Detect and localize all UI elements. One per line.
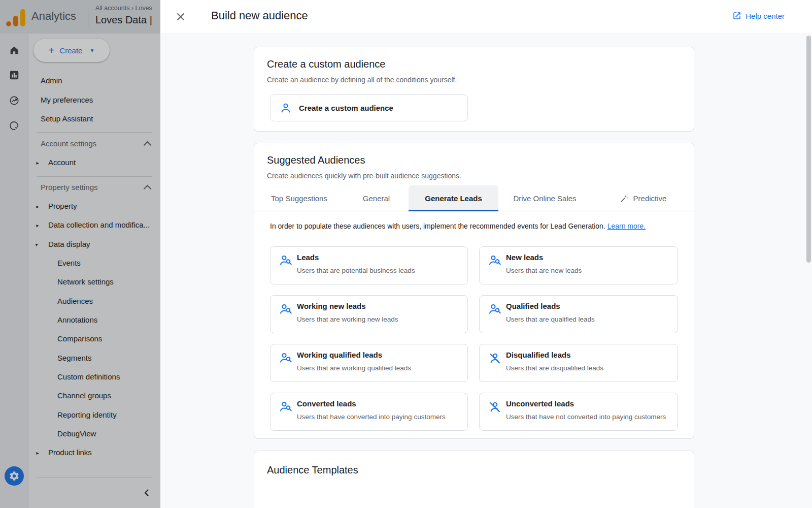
person-search-icon (279, 303, 292, 316)
audience-title: Leads (297, 253, 319, 262)
audience-description: Users that have converted into paying cu… (297, 413, 446, 421)
audience-card-leads[interactable]: Leads Users that are potential business … (270, 246, 468, 284)
open-in-new-icon (732, 11, 741, 20)
tab-drive-online-sales[interactable]: Drive Online Sales (498, 185, 591, 211)
ga-analytics-app: Analytics All accounts › Loves Loves Dat… (0, 0, 812, 508)
person-search-icon (279, 400, 292, 414)
dialog-title: Build new audience (211, 9, 308, 22)
audience-description: Users that have not converted into payin… (506, 413, 666, 421)
person-search-icon (488, 303, 501, 316)
create-custom-audience-button[interactable]: Create a custom audience (270, 94, 468, 121)
tab-generate-leads[interactable]: Generate Leads (409, 185, 498, 211)
audience-card-qualified-leads[interactable]: Qualified leads Users that are qualified… (479, 295, 678, 333)
audience-title: Converted leads (297, 399, 356, 408)
suggested-audiences-tabs: Top Suggestions General Generate Leads D… (254, 185, 695, 211)
audience-card-new-leads[interactable]: New leads Users that are new leads (479, 246, 678, 284)
audience-card-disqualified-leads[interactable]: Disqualified leads Users that are disqua… (479, 344, 678, 382)
help-center-label: Help center (746, 12, 785, 20)
build-audience-dialog: Build new audience Help center Audiences… (160, 0, 812, 508)
audience-card-converted-leads[interactable]: Converted leads Users that have converte… (270, 393, 468, 431)
audience-title: Disqualified leads (506, 351, 571, 359)
custom-audience-subheading: Create an audience by defining all of th… (267, 76, 457, 84)
lead-generation-notice: In order to populate these audiences wit… (270, 222, 646, 230)
scrollbar-thumb[interactable] (806, 36, 811, 263)
audience-title: Unconverted leads (506, 399, 574, 408)
person-search-icon (279, 352, 292, 365)
person-icon (280, 102, 292, 114)
person-off-icon (488, 400, 501, 414)
audience-title: New leads (506, 253, 543, 262)
help-center-link[interactable]: Help center (732, 11, 785, 20)
person-off-icon (488, 352, 501, 365)
audience-title: Working qualified leads (297, 351, 382, 359)
dialog-header: Build new audience Help center (160, 0, 812, 34)
audience-templates-heading: Audience Templates (267, 464, 358, 476)
tab-top-suggestions[interactable]: Top Suggestions (254, 185, 344, 211)
suggested-audiences-heading: Suggested Audiences (267, 154, 365, 166)
close-icon[interactable] (175, 11, 187, 23)
notice-text: In order to populate these audiences wit… (270, 222, 605, 230)
tab-general[interactable]: General (344, 185, 409, 211)
suggested-audiences-subheading: Create audiences quickly with pre-built … (267, 172, 461, 180)
magic-wand-icon (620, 194, 629, 203)
person-search-icon (279, 254, 292, 267)
person-search-icon (488, 254, 501, 267)
audience-description: Users that are potential business leads (297, 267, 415, 274)
audience-card-working-qualified-leads[interactable]: Working qualified leads Users that are w… (270, 344, 468, 382)
suggested-audiences-card: Suggested Audiences Create audiences qui… (254, 143, 694, 439)
audience-description: Users that are disqualified leads (506, 364, 603, 372)
custom-audience-heading: Create a custom audience (267, 58, 385, 70)
tab-predictive[interactable]: Predictive (591, 185, 695, 211)
audience-card-working-new-leads[interactable]: Working new leads Users that are working… (270, 295, 468, 333)
modal-scrim (0, 0, 160, 508)
tab-predictive-label: Predictive (633, 194, 667, 203)
audience-description: Users that are working new leads (297, 315, 398, 323)
audience-card-unconverted-leads[interactable]: Unconverted leads Users that have not co… (479, 393, 678, 431)
learn-more-link[interactable]: Learn more. (607, 222, 646, 230)
audience-description: Users that are qualified leads (506, 315, 595, 323)
audience-templates-card: Audience Templates (254, 451, 694, 508)
audience-title: Working new leads (297, 302, 366, 310)
audience-description: Users that are working qualified leads (297, 364, 411, 372)
audience-description: Users that are new leads (506, 267, 582, 274)
create-custom-audience-label: Create a custom audience (299, 104, 393, 112)
custom-audience-card: Create a custom audience Create an audie… (254, 47, 694, 132)
audience-title: Qualified leads (506, 302, 560, 310)
